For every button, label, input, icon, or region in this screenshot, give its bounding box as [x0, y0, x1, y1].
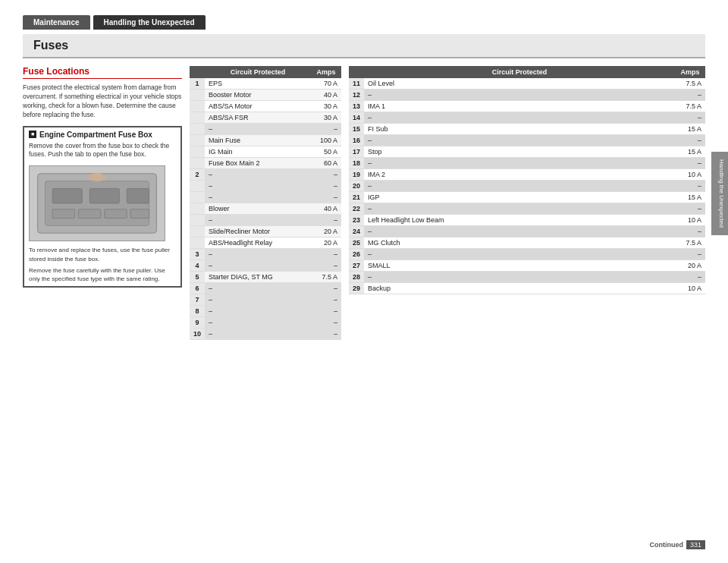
- table-row: 8––: [190, 306, 341, 317]
- fuse-group-num: [190, 135, 205, 146]
- fuse-circuit: –: [364, 272, 675, 283]
- fuse-number: 28: [349, 272, 364, 283]
- svg-rect-10: [93, 173, 101, 179]
- fuse-circuit: –: [205, 192, 311, 203]
- fuse-circuit: –: [205, 306, 311, 317]
- fuse-amps: –: [311, 249, 341, 260]
- table-row: 10––: [190, 329, 341, 340]
- fuse-circuit: ABS/SA FSR: [205, 112, 311, 124]
- fuse-amps: 10 A: [675, 215, 705, 226]
- table-row: ABS/SA FSR30 A: [190, 112, 341, 124]
- fuse-circuit: IGP: [364, 192, 675, 203]
- fuse-amps: –: [311, 215, 341, 226]
- table-row: 25MG Clutch7.5 A: [349, 237, 705, 249]
- col-amps-header: Amps: [311, 66, 341, 78]
- page-footer: Continued 331: [649, 540, 705, 549]
- fuse-amps: –: [675, 112, 705, 124]
- fuse-group-num: 4: [190, 260, 205, 272]
- table-row: ––: [190, 124, 341, 135]
- fuse-amps: 7.5 A: [311, 272, 341, 283]
- table-row: ––: [190, 192, 341, 203]
- fuse-group-num: [190, 146, 205, 158]
- table-row: 11Oil Level7.5 A: [349, 78, 705, 90]
- fuse-number: 22: [349, 203, 364, 215]
- fuse-amps: –: [675, 135, 705, 146]
- fuse-amps: 15 A: [675, 124, 705, 135]
- fuse-amps: –: [311, 260, 341, 272]
- fuse-amps: 15 A: [675, 192, 705, 203]
- fuse-circuit: –: [364, 158, 675, 169]
- fuse-amps: –: [675, 90, 705, 101]
- fuse-number: 27: [349, 260, 364, 272]
- fuse-note-body: Remove the fuse carefully with the fuse …: [29, 266, 176, 283]
- fuse-circuit: –: [364, 135, 675, 146]
- sec-col-circuit-header: Circuit Protected: [364, 66, 675, 78]
- table-row: ABS/SA Motor30 A: [190, 101, 341, 112]
- fuse-circuit: IG Main: [205, 146, 311, 158]
- engine-compartment-title: ■ Engine Compartment Fuse Box: [29, 131, 176, 139]
- svg-rect-5: [52, 209, 74, 219]
- section-icon: ■: [29, 131, 36, 138]
- fuse-amps: 7.5 A: [675, 101, 705, 112]
- fuse-note-title: To remove and replace the fuses, use the…: [29, 246, 176, 263]
- fuse-circuit: FI Sub: [364, 124, 675, 135]
- main-fuse-table: Circuit Protected Amps 1EPS70 ABooster M…: [190, 66, 341, 340]
- fuse-group-num: 3: [190, 249, 205, 260]
- fuse-amps: 100 A: [311, 135, 341, 146]
- fuse-group-num: [190, 203, 205, 215]
- fuse-circuit: Oil Level: [364, 78, 675, 90]
- fuse-amps: 60 A: [311, 158, 341, 169]
- fuse-amps: –: [675, 203, 705, 215]
- fuse-circuit: Booster Motor: [205, 90, 311, 101]
- table-row: 19IMA 210 A: [349, 169, 705, 181]
- col-group-header: [190, 66, 205, 78]
- table-row: 1EPS70 A: [190, 78, 341, 90]
- top-tabs: Maintenance Handling the Unexpected: [23, 15, 705, 30]
- secondary-fuse-table: Circuit Protected Amps 11Oil Level7.5 A1…: [349, 66, 705, 294]
- table-row: 26––: [349, 249, 705, 260]
- fuse-locations-title: Fuse Locations: [23, 66, 182, 79]
- page-container: Maintenance Handling the Unexpected Fuse…: [0, 0, 728, 563]
- fuse-number: 20: [349, 181, 364, 192]
- table-row: Slide/Recliner Motor20 A: [190, 226, 341, 237]
- fuse-group-num: [190, 158, 205, 169]
- page-header: Fuses: [23, 34, 705, 58]
- footer-page: 331: [686, 540, 705, 549]
- svg-rect-8: [130, 209, 149, 219]
- table-row: 28––: [349, 272, 705, 283]
- fuse-number: 11: [349, 78, 364, 90]
- fuse-circuit: –: [364, 181, 675, 192]
- table-row: 6––: [190, 283, 341, 294]
- fuse-number: 23: [349, 215, 364, 226]
- fuse-number: 29: [349, 283, 364, 294]
- table-row: 17Stop15 A: [349, 146, 705, 158]
- table-row: ––: [190, 181, 341, 192]
- fuse-group-num: 10: [190, 329, 205, 340]
- fuse-amps: –: [675, 272, 705, 283]
- fuse-number: 14: [349, 112, 364, 124]
- col-circuit-header: Circuit Protected: [205, 66, 311, 78]
- table-row: 15FI Sub15 A: [349, 124, 705, 135]
- tab-handling[interactable]: Handling the Unexpected: [93, 15, 206, 30]
- fuse-circuit: –: [205, 181, 311, 192]
- fuse-amps: 20 A: [675, 260, 705, 272]
- sec-col-amps-header: Amps: [675, 66, 705, 78]
- fuse-circuit: –: [205, 294, 311, 306]
- page-title: Fuses: [33, 39, 695, 52]
- sec-col-num-header: [349, 66, 364, 78]
- table-row: 5Starter DIAG, ST MG7.5 A: [190, 272, 341, 283]
- table-row: Main Fuse100 A: [190, 135, 341, 146]
- fuse-group-num: [190, 181, 205, 192]
- table-row: 4––: [190, 260, 341, 272]
- fuse-group-num: 6: [190, 283, 205, 294]
- fuse-amps: –: [311, 181, 341, 192]
- tab-maintenance[interactable]: Maintenance: [23, 15, 90, 30]
- fuse-amps: –: [311, 294, 341, 306]
- fuse-group-num: [190, 215, 205, 226]
- fuse-circuit: MG Clutch: [364, 237, 675, 249]
- fuse-group-num: [190, 192, 205, 203]
- table-row: 16––: [349, 135, 705, 146]
- fuse-circuit: –: [205, 215, 311, 226]
- fuse-circuit: EPS: [205, 78, 311, 90]
- fuse-group-num: [190, 101, 205, 112]
